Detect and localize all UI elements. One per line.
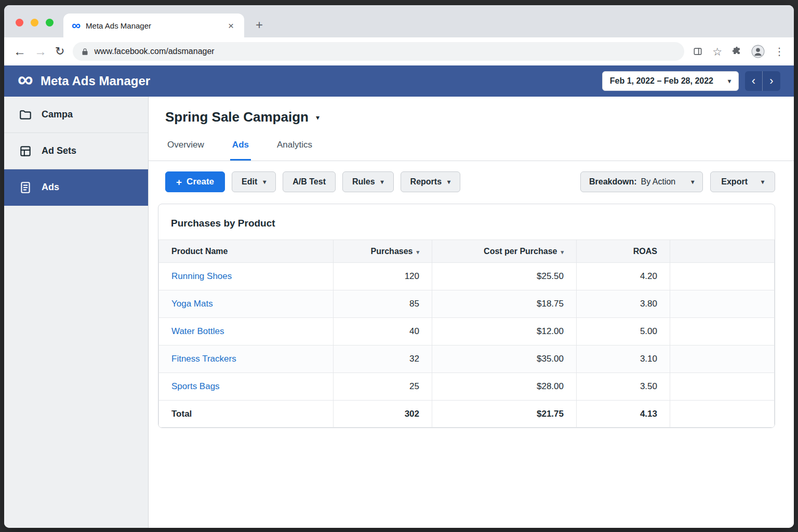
total-cost-per-purchase: $21.75 bbox=[432, 401, 577, 428]
minimize-window-button[interactable] bbox=[31, 19, 38, 26]
column-header-purchases[interactable]: Purchases▾ bbox=[334, 240, 432, 263]
tab-ads[interactable]: Ads bbox=[230, 132, 251, 161]
chevron-down-icon: ▾ bbox=[728, 78, 731, 84]
tab-title: Meta Ads Manager bbox=[86, 21, 221, 30]
lock-icon bbox=[81, 48, 89, 56]
product-link[interactable]: Water Bottles bbox=[171, 326, 224, 336]
purchases-cell: 85 bbox=[334, 290, 432, 318]
sidebar-item-campaigns[interactable]: Campa bbox=[4, 97, 148, 133]
forward-icon[interactable]: → bbox=[34, 45, 47, 58]
table-header-row: Product Name Purchases▾ Cost per Purchas… bbox=[159, 240, 775, 263]
table-row: Sports Bags 25 $28.00 3.50 bbox=[159, 373, 775, 401]
browser-actions: ☆ ⋮ bbox=[693, 45, 784, 58]
main-panel: Spring Sale Campaign ▾ Overview Ads Anal… bbox=[149, 97, 794, 528]
browser-tab[interactable]: ∞ Meta Ads Manager × bbox=[63, 14, 244, 37]
app-title: Meta Ads Manager bbox=[41, 74, 150, 88]
purchases-cell: 40 bbox=[334, 318, 432, 345]
date-range-selector[interactable]: Feb 1, 2022 – Feb 28, 2022 ▾ bbox=[602, 71, 739, 91]
side-panel-icon[interactable] bbox=[693, 46, 703, 57]
previous-period-button[interactable]: ‹ bbox=[745, 71, 763, 91]
breakdown-selector[interactable]: Breakdown: By Action ▾ bbox=[580, 171, 703, 192]
empty-cell bbox=[670, 318, 775, 345]
url-text: www.facebook.com/adsmanager bbox=[94, 47, 214, 56]
empty-cell bbox=[670, 290, 775, 318]
roas-cell: 5.00 bbox=[577, 318, 670, 345]
product-link[interactable]: Sports Bags bbox=[171, 381, 220, 391]
sort-caret-icon: ▾ bbox=[561, 249, 564, 255]
tab-overview[interactable]: Overview bbox=[165, 132, 206, 161]
ad-sets-grid-icon bbox=[19, 144, 32, 158]
table-row: Fitness Trackers 32 $35.00 3.10 bbox=[159, 345, 775, 373]
plus-icon: + bbox=[176, 177, 182, 187]
new-tab-button[interactable]: + bbox=[250, 16, 268, 34]
rules-button[interactable]: Rules ▾ bbox=[342, 171, 394, 192]
tab-close-icon[interactable]: × bbox=[226, 20, 236, 32]
cost-per-purchase-cell: $35.00 bbox=[432, 345, 577, 373]
column-header-product-name[interactable]: Product Name bbox=[159, 240, 334, 263]
content-area: Campa Ad Sets Ads Spring Sale Campaign ▾… bbox=[4, 97, 794, 528]
purchases-cell: 32 bbox=[334, 345, 432, 373]
empty-cell bbox=[670, 401, 775, 428]
app-header: ∞ Meta Ads Manager Feb 1, 2022 – Feb 28,… bbox=[4, 65, 794, 97]
product-link[interactable]: Yoga Mats bbox=[171, 299, 213, 309]
sidebar-item-ads[interactable]: Ads bbox=[4, 169, 148, 206]
meta-favicon-icon: ∞ bbox=[72, 19, 81, 32]
purchases-card: Purchases by Product Product Name Purcha… bbox=[158, 204, 775, 428]
chevron-down-icon: ▾ bbox=[691, 179, 694, 185]
address-bar: ← → ↻ www.facebook.com/adsmanager ☆ ⋮ bbox=[4, 37, 794, 65]
ads-document-icon bbox=[19, 181, 32, 194]
roas-cell: 4.20 bbox=[577, 263, 670, 290]
sort-caret-icon: ▾ bbox=[416, 249, 419, 255]
purchases-cell: 120 bbox=[334, 263, 432, 290]
sidebar-item-label: Campa bbox=[42, 109, 73, 120]
toolbar: + Create Edit ▾ A/B Test Rules ▾ Reports… bbox=[158, 161, 775, 202]
profile-avatar-icon[interactable] bbox=[751, 45, 765, 58]
close-window-button[interactable] bbox=[16, 19, 23, 26]
table-row: Yoga Mats 85 $18.75 3.80 bbox=[159, 290, 775, 318]
product-link[interactable]: Fitness Trackers bbox=[171, 354, 236, 364]
chevron-down-icon[interactable]: ▾ bbox=[316, 113, 320, 122]
cost-per-purchase-cell: $12.00 bbox=[432, 318, 577, 345]
url-field[interactable]: www.facebook.com/adsmanager bbox=[73, 42, 684, 61]
empty-cell bbox=[670, 263, 775, 290]
column-header-roas[interactable]: ROAS bbox=[577, 240, 670, 263]
sidebar-item-label: Ads bbox=[42, 182, 59, 193]
chevron-down-icon: ▾ bbox=[263, 179, 266, 185]
sidebar-item-ad-sets[interactable]: Ad Sets bbox=[4, 133, 148, 169]
chevron-down-icon: ▾ bbox=[447, 179, 450, 185]
create-button[interactable]: + Create bbox=[165, 171, 225, 192]
extensions-puzzle-icon[interactable] bbox=[732, 46, 742, 57]
cost-per-purchase-cell: $18.75 bbox=[432, 290, 577, 318]
page-title: Spring Sale Campaign bbox=[165, 109, 309, 125]
chevron-down-icon: ▾ bbox=[381, 179, 384, 185]
edit-button[interactable]: Edit ▾ bbox=[232, 171, 276, 192]
breakdown-label: Breakdown: bbox=[589, 177, 637, 187]
fullscreen-window-button[interactable] bbox=[46, 19, 54, 26]
tab-analytics[interactable]: Analytics bbox=[275, 132, 314, 161]
reload-icon[interactable]: ↻ bbox=[55, 46, 64, 57]
roas-cell: 3.50 bbox=[577, 373, 670, 401]
date-pager: ‹ › bbox=[745, 71, 780, 91]
bookmark-star-icon[interactable]: ☆ bbox=[712, 46, 722, 57]
export-button[interactable]: Export ▾ bbox=[710, 171, 775, 192]
reports-button[interactable]: Reports ▾ bbox=[401, 171, 460, 192]
column-header-cost-per-purchase[interactable]: Cost per Purchase▾ bbox=[432, 240, 577, 263]
total-label: Total bbox=[159, 401, 334, 428]
table-row: Water Bottles 40 $12.00 5.00 bbox=[159, 318, 775, 345]
table-total-row: Total 302 $21.75 4.13 bbox=[159, 401, 775, 428]
meta-logo-icon: ∞ bbox=[18, 71, 33, 88]
campaign-title-row: Spring Sale Campaign ▾ bbox=[158, 97, 775, 132]
date-range-text: Feb 1, 2022 – Feb 28, 2022 bbox=[610, 76, 713, 86]
product-link[interactable]: Running Shoes bbox=[171, 271, 232, 281]
total-roas: 4.13 bbox=[577, 401, 670, 428]
ab-test-button[interactable]: A/B Test bbox=[283, 171, 336, 192]
purchases-cell: 25 bbox=[334, 373, 432, 401]
next-period-button[interactable]: › bbox=[763, 71, 780, 91]
total-purchases: 302 bbox=[334, 401, 432, 428]
back-icon[interactable]: ← bbox=[14, 45, 26, 58]
cost-per-purchase-cell: $28.00 bbox=[432, 373, 577, 401]
tab-bar: Overview Ads Analytics bbox=[149, 132, 794, 161]
empty-cell bbox=[670, 373, 775, 401]
sidebar-item-label: Ad Sets bbox=[42, 145, 76, 156]
browser-menu-icon[interactable]: ⋮ bbox=[774, 46, 784, 57]
